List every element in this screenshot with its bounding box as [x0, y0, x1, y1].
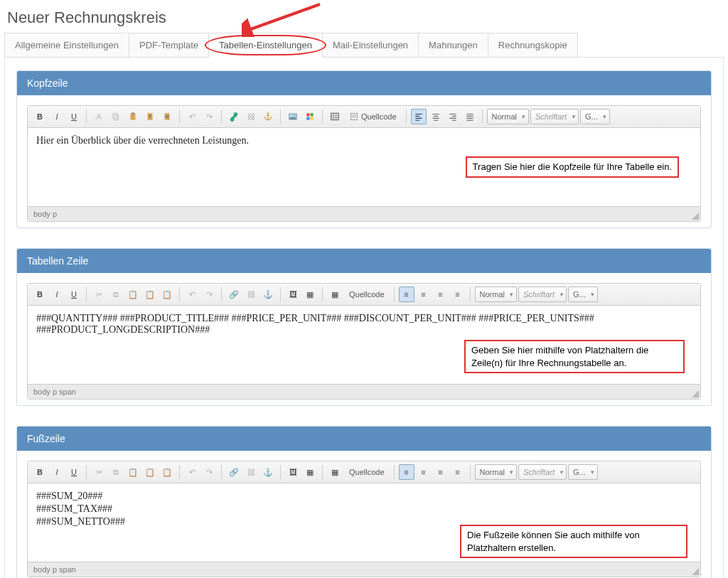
cut-icon[interactable]	[91, 109, 107, 124]
underline-button[interactable]: U	[66, 109, 82, 124]
resize-handle-icon[interactable]	[692, 568, 699, 575]
size-select[interactable]: G...	[580, 109, 610, 124]
color-icon[interactable]: ▦	[302, 287, 318, 302]
resize-handle-icon[interactable]	[692, 213, 699, 220]
copy-icon[interactable]	[108, 109, 124, 124]
tab-label: Tabellen-Einstellungen	[219, 40, 312, 50]
editor-content-tabellenzeile[interactable]: ###QUANTITY### ###PRODUCT_TITLE### ###PR…	[28, 306, 700, 384]
color-icon[interactable]: ▦	[302, 464, 318, 480]
source-label: Quellcode	[361, 112, 397, 121]
link-icon[interactable]: 🔗	[226, 464, 242, 480]
align-center-icon[interactable]: ≡	[416, 287, 432, 302]
unlink-icon[interactable]: ⛓	[243, 464, 259, 480]
unlink-icon[interactable]: ⛓	[243, 287, 259, 302]
align-right-icon[interactable]	[445, 109, 461, 124]
svg-text:T: T	[149, 114, 151, 119]
anchor-icon[interactable]	[260, 109, 276, 124]
align-justify-icon[interactable]	[462, 109, 478, 124]
image-icon[interactable]: 🖼	[285, 464, 301, 480]
font-select[interactable]: Schriftart	[530, 109, 579, 124]
align-justify-icon[interactable]: ≡	[450, 464, 466, 480]
paste-text-icon[interactable]: 📋	[142, 287, 158, 302]
paste-icon[interactable]: 📋	[125, 464, 141, 480]
bold-button[interactable]: B	[32, 287, 48, 302]
redo-icon[interactable]: ↷	[201, 464, 217, 480]
italic-button[interactable]: I	[49, 109, 65, 124]
anchor-icon[interactable]: ⚓	[260, 464, 276, 480]
color-icon[interactable]	[302, 109, 318, 124]
fusszeile-line: ###SUM_20###	[36, 491, 692, 502]
tab-rechnungskopie[interactable]: Rechnungskopie	[488, 33, 578, 57]
editor-content-fusszeile[interactable]: ###SUM_20### ###SUM_TAX### ###SUM_NETTO#…	[28, 483, 700, 562]
unlink-icon[interactable]: ⛓	[243, 109, 259, 124]
font-select[interactable]: Schriftart	[518, 287, 567, 302]
align-left-icon[interactable]	[411, 109, 427, 124]
align-center-icon[interactable]	[428, 109, 444, 124]
tab-tabellen-einstellungen[interactable]: Tabellen-Einstellungen	[208, 33, 323, 58]
bold-button[interactable]: B	[32, 464, 48, 480]
source-button[interactable]: Quellcode	[344, 287, 390, 302]
font-select[interactable]: Schriftart	[518, 464, 567, 480]
underline-button[interactable]: U	[66, 464, 82, 480]
tab-mail-einstellungen[interactable]: Mail-Einstellungen	[322, 33, 419, 57]
link-icon[interactable]	[226, 109, 242, 124]
underline-button[interactable]: U	[66, 287, 82, 302]
format-select[interactable]: Normal	[475, 287, 517, 302]
table-icon[interactable]: ▦	[327, 287, 343, 302]
callout-fusszeile: Die Fußzeile können Sie auch mithilfe vo…	[460, 525, 687, 558]
panel-header-fusszeile: Fußzeile	[17, 427, 711, 451]
size-select[interactable]: G...	[568, 464, 598, 480]
align-center-icon[interactable]: ≡	[416, 464, 432, 480]
editor-tabellenzeile: B I U ✂ ⧉ 📋 📋 📋 ↶ ↷ 🔗 ⛓ ⚓	[27, 283, 701, 400]
svg-rect-5	[132, 112, 134, 114]
panel-header-tabellenzeile: Tabellen Zeile	[17, 249, 711, 273]
paste-icon[interactable]: 📋	[125, 287, 141, 302]
paste-text-icon[interactable]: 📋	[142, 464, 158, 480]
paste-word-icon[interactable]: 📋	[159, 464, 175, 480]
align-right-icon[interactable]: ≡	[433, 464, 449, 480]
table-icon[interactable]: ▦	[327, 464, 343, 480]
svg-rect-21	[350, 113, 357, 119]
editor-path-fusszeile: body p span	[28, 562, 700, 577]
size-select[interactable]: G...	[568, 287, 598, 302]
tab-pdf-template[interactable]: PDF-Template	[129, 33, 209, 57]
tabellenzeile-text: ###QUANTITY### ###PRODUCT_TITLE### ###PR…	[36, 313, 594, 335]
align-right-icon[interactable]: ≡	[433, 287, 449, 302]
source-button[interactable]: Quellcode	[344, 464, 390, 480]
resize-handle-icon[interactable]	[692, 390, 699, 397]
bold-button[interactable]: B	[32, 109, 48, 124]
source-button[interactable]: Quellcode	[344, 109, 402, 124]
tab-allgemeine[interactable]: Allgemeine Einstellungen	[4, 33, 129, 57]
svg-rect-2	[114, 115, 119, 120]
paste-text-icon[interactable]: T	[142, 109, 158, 124]
undo-icon[interactable]: ↶	[184, 287, 200, 302]
editor-path-kopfzeile: body p	[28, 206, 700, 221]
page-title: Neuer Rechnungskreis	[0, 0, 728, 33]
image-icon[interactable]: 🖼	[285, 287, 301, 302]
copy-icon[interactable]: ⧉	[108, 287, 124, 302]
editor-toolbar: B I U T W ↶ ↷ ⛓	[28, 106, 700, 128]
align-left-icon[interactable]: ≡	[399, 287, 414, 302]
italic-button[interactable]: I	[49, 464, 65, 480]
redo-icon[interactable]: ↷	[201, 109, 217, 124]
cut-icon[interactable]: ✂	[91, 287, 107, 302]
redo-icon[interactable]: ↷	[201, 287, 217, 302]
format-select[interactable]: Normal	[475, 464, 517, 480]
align-justify-icon[interactable]: ≡	[450, 287, 466, 302]
anchor-icon[interactable]: ⚓	[260, 287, 276, 302]
image-icon[interactable]	[285, 109, 301, 124]
undo-icon[interactable]: ↶	[184, 464, 200, 480]
undo-icon[interactable]: ↶	[184, 109, 200, 124]
format-select[interactable]: Normal	[487, 109, 529, 124]
paste-word-icon[interactable]: 📋	[159, 287, 175, 302]
copy-icon[interactable]: ⧉	[108, 464, 124, 480]
paste-word-icon[interactable]: W	[159, 109, 175, 124]
link-icon[interactable]: 🔗	[226, 287, 242, 302]
editor-content-kopfzeile[interactable]: Hier ein Überblick über die verrechneten…	[28, 128, 700, 206]
align-left-icon[interactable]: ≡	[399, 464, 414, 480]
table-icon[interactable]	[327, 109, 343, 124]
italic-button[interactable]: I	[49, 287, 65, 302]
cut-icon[interactable]: ✂	[91, 464, 107, 480]
tab-mahnungen[interactable]: Mahnungen	[418, 33, 488, 57]
paste-icon[interactable]	[125, 109, 141, 124]
